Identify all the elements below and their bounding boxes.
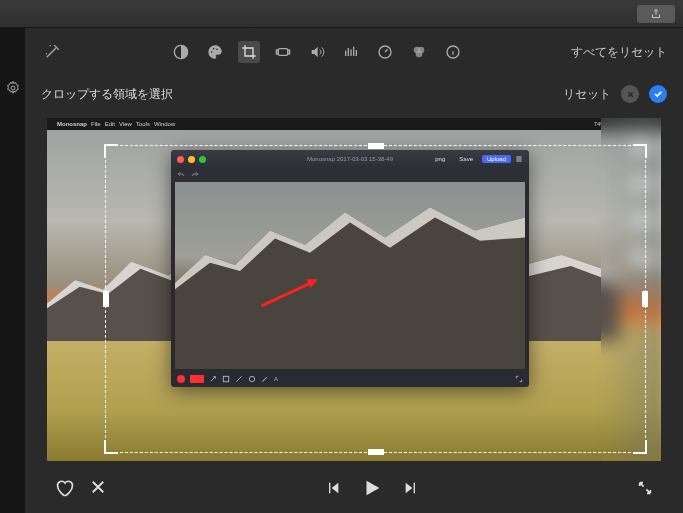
resize-icon — [515, 375, 523, 383]
palette-icon — [207, 44, 223, 60]
crop-instruction-row: クロップする領域を選択 リセット — [25, 76, 683, 112]
undo-icon — [177, 171, 185, 179]
svg-rect-18 — [223, 376, 228, 381]
monosnap-history-toolbar — [171, 168, 529, 182]
menu-view: View — [119, 121, 132, 127]
rect-tool-icon — [222, 375, 230, 383]
color-balance-icon — [411, 44, 427, 60]
svg-point-3 — [213, 48, 215, 50]
redo-icon — [191, 171, 199, 179]
color-swatch — [190, 375, 204, 383]
text-tool-icon: A — [274, 376, 278, 382]
ellipse-tool-icon — [248, 375, 256, 383]
menu-file: File — [91, 121, 101, 127]
skip-back-button[interactable] — [325, 480, 341, 496]
favorite-button[interactable] — [55, 478, 75, 498]
close-icon — [626, 90, 635, 99]
skip-forward-icon — [403, 480, 419, 496]
svg-rect-8 — [345, 51, 346, 56]
format-label: png — [430, 155, 450, 163]
magic-wand-button[interactable] — [41, 41, 63, 63]
gear-icon — [5, 80, 21, 96]
desktop-background: Monosnap File Edit View Tools Window 74%… — [47, 118, 661, 461]
svg-point-2 — [211, 51, 213, 53]
equalizer-icon — [343, 44, 359, 60]
crop-instruction-label: クロップする領域を選択 — [41, 86, 173, 103]
speed-icon — [377, 44, 393, 60]
svg-point-0 — [11, 86, 15, 90]
contrast-tool[interactable] — [170, 41, 192, 63]
mac-menubar: Monosnap File Edit View Tools Window 74%… — [47, 118, 661, 130]
stabilize-tool[interactable] — [272, 41, 294, 63]
svg-point-16 — [416, 51, 423, 58]
mountain-content — [175, 182, 525, 369]
reject-button[interactable] — [89, 478, 107, 498]
contrast-icon — [173, 44, 189, 60]
save-label: Save — [454, 155, 478, 163]
confirm-crop-button[interactable] — [649, 85, 667, 103]
reset-button[interactable]: リセット — [563, 86, 611, 103]
volume-icon — [309, 44, 325, 60]
info-icon — [445, 44, 461, 60]
fullscreen-button[interactable] — [637, 480, 653, 496]
menu-window: Window — [154, 121, 175, 127]
svg-rect-7 — [288, 50, 290, 54]
upload-label: Upload — [482, 155, 511, 163]
record-icon — [177, 375, 185, 383]
line-tool-icon — [235, 375, 243, 383]
settings-gear-button[interactable] — [3, 78, 23, 98]
svg-rect-12 — [356, 50, 357, 56]
check-icon — [653, 89, 663, 99]
share-button[interactable] — [637, 5, 675, 23]
magic-wand-icon — [43, 43, 61, 61]
svg-rect-6 — [276, 50, 278, 54]
arrow-tool-icon — [209, 375, 217, 383]
stabilize-icon — [275, 44, 291, 60]
svg-rect-11 — [353, 47, 354, 56]
blur-edge — [601, 118, 661, 461]
info-tool[interactable] — [442, 41, 464, 63]
svg-rect-9 — [348, 48, 349, 56]
svg-rect-5 — [278, 49, 287, 56]
cancel-crop-button[interactable] — [621, 85, 639, 103]
svg-rect-10 — [350, 49, 351, 56]
palette-tool[interactable] — [204, 41, 226, 63]
playback-controls — [25, 463, 683, 513]
monosnap-tool-toolbar: A — [171, 371, 529, 387]
svg-point-4 — [216, 49, 218, 51]
reset-all-button[interactable]: すべてをリセット — [571, 44, 667, 61]
window-titlebar — [0, 0, 683, 28]
left-sidebar — [0, 28, 25, 513]
skip-back-icon — [325, 480, 341, 496]
reject-icon — [89, 478, 107, 496]
heart-icon — [55, 478, 75, 498]
play-button[interactable] — [361, 477, 383, 499]
app-name: Monosnap — [57, 121, 87, 127]
preview-area: Monosnap File Edit View Tools Window 74%… — [25, 112, 683, 463]
share-icon — [650, 8, 662, 20]
menu-tools: Tools — [136, 121, 150, 127]
menu-edit: Edit — [105, 121, 115, 127]
monosnap-titlebar: Monosnap 2017-03-03 15-38-49 png Save Up… — [171, 150, 529, 168]
crop-icon — [241, 44, 257, 60]
crop-tool[interactable] — [238, 41, 260, 63]
skip-forward-button[interactable] — [403, 480, 419, 496]
pen-tool-icon — [261, 375, 269, 383]
menu-icon — [515, 155, 523, 163]
video-preview[interactable]: Monosnap File Edit View Tools Window 74%… — [47, 118, 661, 461]
adjust-toolbar: すべてをリセット — [25, 28, 683, 76]
play-icon — [361, 477, 383, 499]
volume-tool[interactable] — [306, 41, 328, 63]
monosnap-window: Monosnap 2017-03-03 15-38-49 png Save Up… — [171, 150, 529, 387]
fullscreen-icon — [637, 480, 653, 496]
color-balance-tool[interactable] — [408, 41, 430, 63]
speed-tool[interactable] — [374, 41, 396, 63]
svg-point-19 — [249, 376, 254, 381]
equalizer-tool[interactable] — [340, 41, 362, 63]
monosnap-canvas — [175, 182, 525, 369]
